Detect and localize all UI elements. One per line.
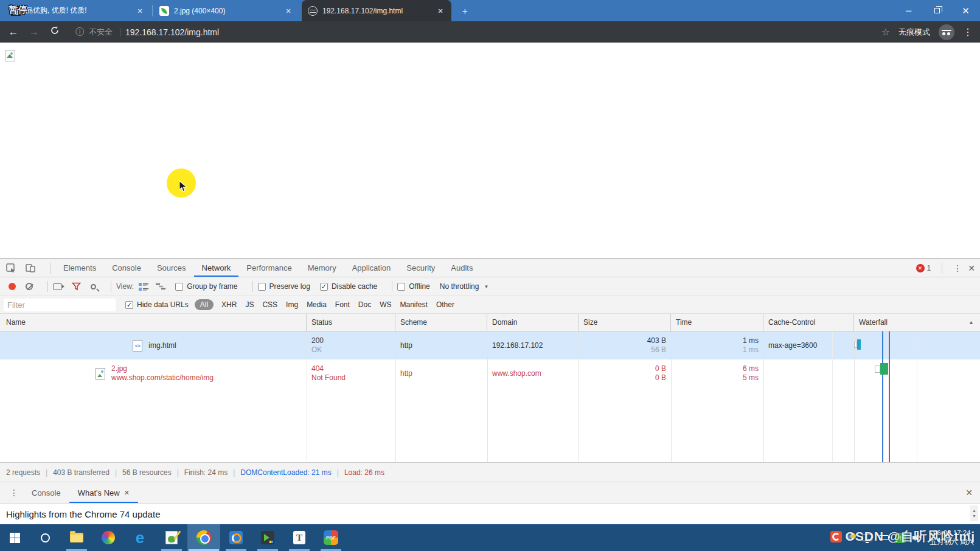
taskbar-clock[interactable]: 06-08 17:24 五月初六 周六 <box>930 528 974 547</box>
devtools-tab-console[interactable]: Console <box>104 259 149 277</box>
taskbar-typora[interactable]: T <box>285 524 314 551</box>
console-error-badge[interactable]: ✕ 1 <box>916 264 931 272</box>
clear-network-log-button[interactable] <box>26 283 33 290</box>
incognito-avatar[interactable] <box>939 24 954 40</box>
devtools-close-icon[interactable]: ✕ <box>968 263 975 273</box>
column-header-status[interactable]: Status <box>307 314 395 331</box>
column-header-waterfall[interactable]: Waterfall ▲ <box>854 314 980 331</box>
drawer-scrollbar[interactable]: ▲ ▼ <box>970 505 978 521</box>
start-button[interactable] <box>0 524 29 551</box>
browser-tab-2[interactable]: 2.jpg (400×400) ✕ <box>153 0 299 21</box>
tab-close-icon[interactable]: ✕ <box>135 6 145 16</box>
throttling-select[interactable]: No throttling ▼ <box>440 282 489 291</box>
use-large-rows-button[interactable] <box>139 283 148 291</box>
tray-expand-icon[interactable]: ∧ <box>836 534 841 542</box>
back-button[interactable]: ← <box>6 26 21 38</box>
address-url[interactable]: 192.168.17.102/img.html <box>125 27 219 37</box>
forward-button[interactable]: → <box>27 26 41 38</box>
filter-type-font[interactable]: Font <box>331 300 354 309</box>
column-header-size[interactable]: Size <box>579 314 671 331</box>
capture-screenshots-button[interactable] <box>53 283 62 290</box>
reload-button[interactable] <box>47 26 62 38</box>
taskbar-xshell[interactable] <box>253 524 282 551</box>
show-overview-button[interactable] <box>156 283 165 290</box>
drawer-tab-close-icon[interactable]: ✕ <box>124 489 130 497</box>
column-header-scheme[interactable]: Scheme <box>395 314 487 331</box>
taskbar-vmware[interactable] <box>221 524 251 551</box>
column-divider[interactable] <box>487 331 488 462</box>
devtools-tab-network[interactable]: Network <box>194 259 239 277</box>
filter-type-js[interactable]: JS <box>241 300 258 309</box>
network-row-2-jpg[interactable]: 2.jpg www.shop.com/static/home/img 404 N… <box>0 359 980 387</box>
inspect-element-icon[interactable] <box>6 263 16 273</box>
minimize-button[interactable]: ─ <box>894 0 923 21</box>
column-divider[interactable] <box>395 331 396 462</box>
close-window-button[interactable]: ✕ <box>951 0 980 21</box>
browser-tab-3-active[interactable]: 192.168.17.102/img.html ✕ <box>302 0 451 21</box>
devtools-tab-application[interactable]: Application <box>344 259 399 277</box>
column-header-name[interactable]: Name <box>0 314 307 331</box>
column-divider[interactable] <box>854 331 855 462</box>
taskbar-chrome-active[interactable] <box>187 524 220 551</box>
filter-toggle-button[interactable] <box>72 282 81 291</box>
new-tab-button[interactable]: ＋ <box>457 4 472 18</box>
devtools-tab-elements[interactable]: Elements <box>55 259 104 277</box>
waterfall-bar-2-jpg[interactable] <box>880 363 888 375</box>
taskbar-media-app[interactable] <box>94 524 123 551</box>
taskbar-edge[interactable]: e <box>125 524 155 551</box>
column-divider[interactable] <box>671 331 672 462</box>
waterfall-bar-img-html[interactable] <box>857 339 861 350</box>
cortana-button[interactable] <box>30 524 60 551</box>
taskbar-pdf-reader[interactable]: PDF <box>316 524 346 551</box>
network-filter-input[interactable] <box>4 299 116 311</box>
bookmark-star-icon[interactable]: ☆ <box>881 26 890 38</box>
devtools-menu-icon[interactable]: ⋮ <box>953 263 962 273</box>
filter-type-img[interactable]: Img <box>282 300 302 309</box>
tab-close-icon[interactable]: ✕ <box>436 6 445 16</box>
drawer-menu-icon[interactable]: ⋮ <box>10 488 18 497</box>
filter-type-ws[interactable]: WS <box>375 300 395 309</box>
column-divider[interactable] <box>307 331 307 462</box>
network-status-icon[interactable] <box>863 535 872 541</box>
address-bar[interactable]: ⓘ 不安全 192.168.17.102/img.html <box>73 27 219 38</box>
device-toolbar-icon[interactable] <box>26 263 35 273</box>
network-row-img-html[interactable]: <> img.html 200 OK http 192.168.17.102 4… <box>0 331 980 359</box>
column-header-domain[interactable]: Domain <box>487 314 579 331</box>
filter-type-css[interactable]: CSS <box>258 300 282 309</box>
devtools-tab-audits[interactable]: Audits <box>443 259 481 277</box>
taskbar-file-explorer[interactable] <box>62 524 91 551</box>
filter-type-other[interactable]: Other <box>432 300 459 309</box>
drawer-tab-console[interactable]: Console <box>23 482 69 503</box>
column-divider[interactable] <box>763 331 764 462</box>
devtools-tab-memory[interactable]: Memory <box>300 259 344 277</box>
info-icon[interactable]: ⓘ <box>75 27 84 38</box>
disable-cache-checkbox[interactable]: ✓ <box>320 283 328 291</box>
devtools-tab-performance[interactable]: Performance <box>238 259 299 277</box>
scroll-down-icon[interactable]: ▼ <box>972 513 976 519</box>
filter-type-xhr[interactable]: XHR <box>217 300 241 309</box>
offline-checkbox[interactable] <box>397 283 405 291</box>
devtools-tab-sources[interactable]: Sources <box>149 259 194 277</box>
filter-type-doc[interactable]: Doc <box>354 300 375 309</box>
drawer-tab-whats-new[interactable]: What's New ✕ <box>69 482 138 503</box>
column-header-time[interactable]: Time <box>671 314 763 331</box>
scroll-up-icon[interactable]: ▲ <box>972 508 976 513</box>
group-by-frame-checkbox[interactable] <box>175 283 183 291</box>
tray-app-icon[interactable] <box>847 533 856 542</box>
restore-button[interactable] <box>923 0 951 21</box>
filter-type-manifest[interactable]: Manifest <box>396 300 432 309</box>
search-network-button[interactable] <box>91 284 96 289</box>
filter-type-all[interactable]: All <box>195 299 214 310</box>
preserve-log-checkbox[interactable] <box>258 283 266 291</box>
tab-close-icon[interactable]: ✕ <box>283 6 293 16</box>
filter-type-media[interactable]: Media <box>302 300 331 309</box>
column-divider[interactable] <box>579 331 579 462</box>
volume-muted-icon[interactable]: ✕ <box>912 533 923 542</box>
devtools-tab-security[interactable]: Security <box>398 259 443 277</box>
browser-menu-icon[interactable]: ⋮ <box>963 26 973 38</box>
battery-icon[interactable] <box>879 535 889 540</box>
column-header-cache-control[interactable]: Cache-Control <box>763 314 854 331</box>
record-network-log-button[interactable] <box>9 283 16 290</box>
updater-icon[interactable]: ↑ <box>895 533 906 543</box>
taskbar-editplus[interactable] <box>157 524 186 551</box>
